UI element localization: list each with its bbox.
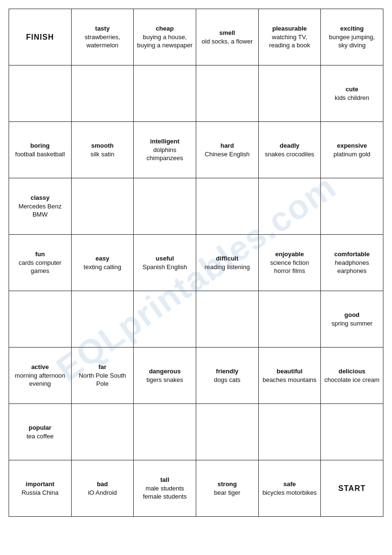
noun-label: Chinese English	[199, 150, 255, 159]
board-cell: safebicycles motorbikes	[258, 460, 321, 517]
noun-label: silk satin	[74, 150, 131, 159]
noun-label: snakes crocodiles	[262, 150, 318, 159]
board-cell	[9, 65, 72, 122]
adjective-label: strong	[199, 480, 255, 489]
noun-label: male students female students	[137, 484, 193, 501]
noun-label: reading listening	[199, 263, 255, 272]
board-cell: farNorth Pole South Pole	[71, 348, 134, 404]
adjective-label: boring	[12, 141, 68, 150]
noun-label: bungee jumping, sky diving	[324, 33, 380, 50]
noun-label: texting calling	[74, 263, 131, 272]
noun-label: morning afternoon evening	[12, 371, 68, 388]
game-board: FINISHtastystrawberries, watermeloncheap…	[9, 9, 383, 517]
board-cell	[71, 404, 134, 460]
board-cell	[196, 65, 258, 122]
board-cell: smellold socks, a flower	[196, 9, 258, 65]
adjective-label: classy	[12, 194, 68, 202]
board-cell: beautifulbeaches mountains	[258, 348, 321, 404]
finish-cell: FINISH	[9, 9, 72, 65]
board-cell: deliciouschocolate ice cream	[321, 348, 383, 404]
adjective-label: delicious	[324, 367, 380, 376]
adjective-label: enjoyable	[262, 250, 318, 259]
noun-label: bear tiger	[199, 489, 255, 497]
noun-label: tigers snakes	[137, 376, 193, 384]
adjective-label: fun	[12, 250, 68, 259]
board-cell	[196, 404, 258, 460]
adjective-label: safe	[262, 480, 318, 489]
board-cell	[134, 178, 196, 235]
noun-label: kids children	[324, 94, 380, 102]
noun-label: Russia China	[12, 489, 68, 497]
noun-label: Spanish English	[137, 263, 193, 272]
adjective-label: tall	[137, 476, 193, 484]
board-cell: strongbear tiger	[196, 460, 258, 517]
adjective-label: smell	[199, 29, 255, 37]
board-cell	[258, 178, 321, 235]
board-cell: comfortableheadphones earphones	[321, 235, 383, 291]
noun-label: iO Android	[74, 489, 131, 497]
board-cell	[71, 291, 134, 348]
board-cell: hardChinese English	[196, 122, 258, 178]
board-cell	[71, 178, 134, 235]
adjective-label: cheap	[137, 24, 193, 33]
noun-label: tea coffee	[12, 432, 68, 441]
board-cell: difficultreading listening	[196, 235, 258, 291]
adjective-label: friendly	[199, 367, 255, 376]
noun-label: old socks, a flower	[199, 37, 255, 46]
adjective-label: dangerous	[137, 367, 193, 376]
board-cell	[71, 65, 134, 122]
board-cell: intelligentdolphins chimpanzees	[134, 122, 196, 178]
adjective-label: bad	[74, 480, 131, 489]
board-cell	[258, 291, 321, 348]
board-cell: cheapbuying a house, buying a newspaper	[134, 9, 196, 65]
board-cell: easytexting calling	[71, 235, 134, 291]
adjective-label: cute	[324, 85, 380, 94]
noun-label: spring summer	[324, 319, 380, 328]
board-cell	[134, 291, 196, 348]
adjective-label: beautiful	[262, 367, 318, 376]
board-cell: tallmale students female students	[134, 460, 196, 517]
board-cell: importantRussia China	[9, 460, 72, 517]
noun-label: cards computer games	[12, 259, 68, 275]
adjective-label: comfortable	[324, 250, 380, 259]
adjective-label: important	[12, 480, 68, 489]
noun-label: dolphins chimpanzees	[137, 146, 193, 163]
noun-label: headphones earphones	[324, 259, 380, 275]
adjective-label: popular	[12, 424, 68, 432]
adjective-label: smooth	[74, 141, 131, 150]
adjective-label: pleasurable	[262, 24, 318, 33]
noun-label: North Pole South Pole	[74, 371, 131, 388]
adjective-label: intelligent	[137, 137, 193, 146]
adjective-label: good	[324, 311, 380, 319]
adjective-label: difficult	[199, 254, 255, 263]
noun-label: strawberries, watermelon	[74, 33, 131, 50]
board-cell	[134, 65, 196, 122]
board-cell: smoothsilk satin	[71, 122, 134, 178]
board-cell: expensiveplatinum gold	[321, 122, 383, 178]
board-cell: usefulSpanish English	[134, 235, 196, 291]
noun-label: watching TV, reading a book	[262, 33, 318, 50]
board-cell: friendlydogs cats	[196, 348, 258, 404]
adjective-label: tasty	[74, 24, 131, 33]
board-cell: cutekids children	[321, 65, 383, 122]
noun-label: buying a house, buying a newspaper	[137, 33, 193, 50]
board-cell	[196, 178, 258, 235]
board-cell: deadlysnakes crocodiles	[258, 122, 321, 178]
board-cell	[321, 404, 383, 460]
adjective-label: deadly	[262, 141, 318, 150]
board-cell: goodspring summer	[321, 291, 383, 348]
board-cell	[258, 65, 321, 122]
board-cell	[196, 291, 258, 348]
noun-label: football basketball	[12, 150, 68, 159]
board-cell: enjoyablescience fiction horror films	[258, 235, 321, 291]
adjective-label: expensive	[324, 141, 380, 150]
board-cell	[9, 291, 72, 348]
noun-label: platinum gold	[324, 150, 380, 159]
board-cell: funcards computer games	[9, 235, 72, 291]
adjective-label: exciting	[324, 24, 380, 33]
board-cell	[134, 404, 196, 460]
adjective-label: useful	[137, 254, 193, 263]
board-cell: tastystrawberries, watermelon	[71, 9, 134, 65]
noun-label: beaches mountains	[262, 376, 318, 384]
board-cell: classyMercedes Benz BMW	[9, 178, 72, 235]
